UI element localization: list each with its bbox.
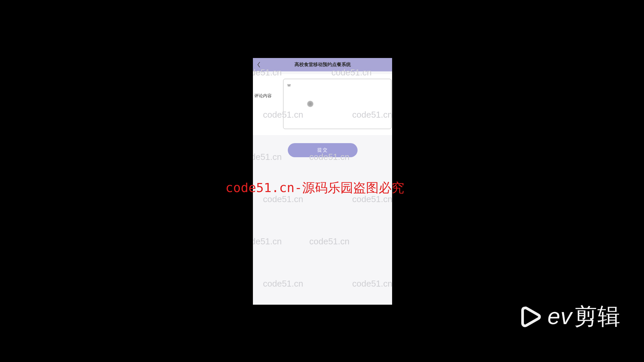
ev-logo: ev剪辑: [520, 301, 621, 332]
comment-label: 评论内容: [253, 79, 283, 99]
app-header: 高校食堂移动预约点餐系统: [253, 58, 392, 71]
comment-textarea[interactable]: [283, 79, 391, 129]
mobile-app-frame: 高校食堂移动预约点餐系统 评论内容 提交: [253, 58, 392, 305]
ev-brand-en: ev: [547, 303, 572, 329]
chevron-left-icon: [256, 61, 261, 68]
play-icon: [520, 306, 541, 327]
ev-brand-cn: 剪辑: [574, 301, 621, 332]
submit-row: 提交: [253, 135, 392, 157]
textarea-wrap: [283, 79, 392, 130]
comment-form-row: 评论内容: [253, 74, 392, 135]
ev-brand-text: ev剪辑: [547, 301, 621, 332]
submit-button[interactable]: 提交: [288, 143, 358, 157]
page-title: 高校食堂移动预约点餐系统: [294, 62, 351, 68]
back-button[interactable]: [256, 58, 261, 71]
